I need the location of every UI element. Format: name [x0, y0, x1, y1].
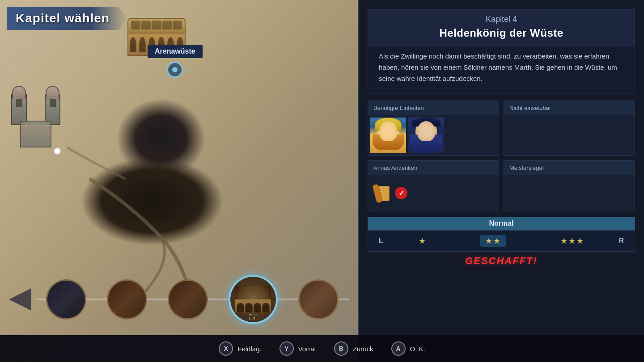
required-units-content [368, 115, 499, 156]
difficulty-easy[interactable]: ★ [413, 235, 431, 247]
location-name: Arenawüste [148, 45, 203, 58]
location-marker: Arenawüste [148, 45, 203, 78]
chapter-thumb-2[interactable] [107, 279, 147, 320]
map-area: Kapitel wählen Arenawüste [0, 0, 358, 362]
feldlag-label: Feldlag. [237, 345, 261, 353]
units-section: Benötigte Einheiten Nich [368, 101, 635, 156]
annas-andenken-box: Annas Andenken ✓ [368, 160, 499, 211]
chapter-description: Als die Zwillinge noch damit beschäftigt… [368, 46, 635, 93]
difficulty-label: Normal [368, 217, 635, 230]
chapter-title: Heldenkönig der Wüste [368, 27, 635, 46]
meistersiegel-content [504, 175, 635, 211]
easy-stars: ★ [419, 237, 426, 245]
btn-ok[interactable]: A O. K. [391, 341, 425, 356]
normal-stars: ★ ★ [485, 237, 500, 245]
castle-building [11, 103, 60, 147]
y-button[interactable]: Y [280, 341, 294, 356]
bottom-button-bar: X Feldlag. Y Vorrat B Zurück A O. K. [0, 335, 644, 362]
check-badge: ✓ [395, 187, 407, 199]
prev-chapter-arrow[interactable] [9, 288, 31, 311]
not-usable-content [504, 115, 635, 156]
vorrat-label: Vorrat [298, 345, 316, 353]
b-button[interactable]: B [334, 341, 348, 356]
required-units-label: Benötigte Einheiten [368, 101, 499, 115]
portrait-chrom [408, 118, 444, 153]
btn-vorrat[interactable]: Y Vorrat [280, 341, 316, 356]
annas-andenken-content: ✓ [368, 175, 499, 211]
chapter-selector: ☞ [0, 273, 358, 326]
chapter-number: Kapitel 4 [368, 9, 635, 27]
difficulty-hard[interactable]: ★ ★ ★ [555, 235, 589, 247]
geschafft-label: GESCHAFFT! [359, 255, 644, 267]
selection-cursor: ☞ [248, 310, 259, 324]
annas-andenken-label: Annas Andenken [368, 161, 499, 175]
btn-zuruck[interactable]: B Zurück [334, 341, 373, 356]
chapter-thumb-5[interactable] [298, 279, 339, 320]
difficulty-left-btn[interactable]: L [373, 235, 389, 247]
map-shadow-valley [80, 156, 224, 246]
x-button[interactable]: X [219, 341, 233, 356]
chapter-thumb-4-active[interactable]: ☞ [229, 275, 278, 324]
page-title-bar: Kapitel wählen [7, 7, 127, 30]
chapter-thumb-3[interactable] [168, 279, 208, 320]
map-dot [54, 147, 61, 155]
portrait-anna [370, 118, 406, 153]
right-panel: Kapitel 4 Heldenkönig der Wüste Als die … [358, 0, 644, 362]
meistersiegel-box: Meistersiegel [504, 160, 635, 211]
difficulty-section: Normal L ★ ★ ★ ★ ★ [368, 217, 635, 252]
meistersiegel-label: Meistersiegel [504, 161, 635, 175]
btn-feldlag[interactable]: X Feldlag. [219, 341, 261, 356]
not-usable-label: Nicht einsetzbar [504, 101, 635, 115]
page-title: Kapitel wählen [16, 11, 110, 25]
required-units-box: Benötigte Einheiten [368, 101, 499, 156]
items-section: Annas Andenken ✓ Meistersiegel [368, 160, 635, 211]
not-usable-box: Nicht einsetzbar [504, 101, 635, 156]
difficulty-stars-bar: L ★ ★ ★ ★ ★ ★ [368, 230, 635, 252]
scroll-icon [373, 184, 391, 202]
location-pin [167, 62, 183, 78]
difficulty-right-btn[interactable]: R [613, 235, 629, 247]
chapter-thumb-1[interactable] [46, 279, 86, 320]
difficulty-stars-section: ★ ★ ★ ★ ★ ★ [389, 235, 614, 247]
zuruck-label: Zurück [353, 345, 373, 353]
chapter-timeline: ☞ [36, 299, 349, 300]
difficulty-normal[interactable]: ★ ★ [480, 235, 506, 247]
hard-stars: ★ ★ ★ [560, 237, 584, 245]
ok-label: O. K. [410, 345, 425, 353]
chapter-card: Kapitel 4 Heldenkönig der Wüste Als die … [368, 9, 635, 93]
a-button[interactable]: A [391, 341, 406, 356]
